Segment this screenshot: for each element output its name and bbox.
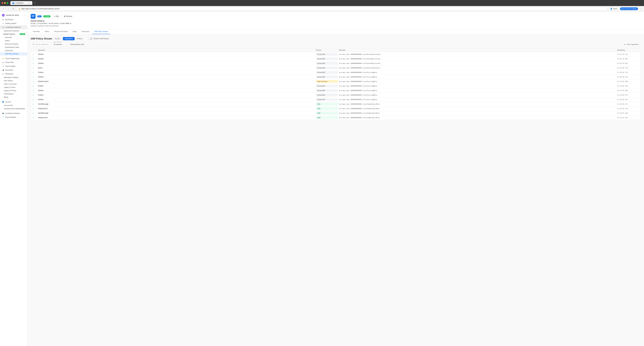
- app-container: G Gandalf the White ▾ ⊞ Dashboard ↗ Gett…: [0, 12, 644, 346]
- show-internal-checkbox[interactable]: [68, 44, 70, 45]
- iam-title: IAM Policy Stream: [31, 37, 52, 40]
- table-row[interactable]: ✓ GetItem DynamoDB arn:aws:iam::00000000…: [31, 61, 640, 66]
- row-operation: GetQueueUrl: [38, 117, 315, 119]
- sidebar-item-cloud-pods[interactable]: ☁ Cloud Pods: [0, 60, 27, 64]
- row-timestamp: 23:28:03.284: [617, 112, 639, 114]
- forward-button[interactable]: ›: [6, 7, 10, 11]
- table-row[interactable]: ✓ GetItem DynamoDB arn:aws:iam::00000000…: [31, 57, 640, 61]
- sidebar-sub-item-account-info[interactable]: Account Info: [0, 104, 27, 107]
- sidebar-sub-item-status[interactable]: Status: [0, 39, 27, 42]
- external-link-icon: ↗: [18, 116, 19, 118]
- table-row[interactable]: ✓ SendMessage SQS arn:aws:iam::000000000…: [31, 102, 640, 106]
- desktop-icon: 💻: [2, 112, 4, 114]
- row-operation: Query: [38, 67, 315, 69]
- table-row[interactable]: ✓ GetItem DynamoDB arn:aws:iam::00000000…: [31, 52, 640, 57]
- row-status-icon: ✓: [32, 116, 37, 119]
- tab-close-button[interactable]: ✕: [28, 2, 30, 4]
- sidebar-item-extensions-main[interactable]: 🔌 Extensions: [0, 68, 27, 72]
- table-row[interactable]: ✓ StartExecution Step Functions arn:aws:…: [31, 79, 640, 84]
- table-row[interactable]: ✓ GetItem DynamoDB arn:aws:iam::00000000…: [31, 88, 640, 93]
- sidebar-sub-item-extensions[interactable]: Extensions: [0, 49, 27, 52]
- sidebar-sub-item-subscriptions[interactable]: Subscriptions: [0, 92, 27, 96]
- copy-url-button[interactable]: ⧉: [70, 23, 71, 24]
- sidebar-item-default-instance[interactable]: Default Instance running: [0, 33, 27, 36]
- show-internal-calls-toggle[interactable]: Show internal calls: [68, 44, 84, 45]
- sidebar-sub-item-resource-browser[interactable]: Resource Browser: [0, 42, 27, 46]
- row-service-badge: DynamoDB: [316, 98, 338, 101]
- sidebar-sub-item-export-import[interactable]: Export/Import State: [0, 46, 27, 49]
- row-status-icon: ✓: [32, 67, 37, 69]
- table-row[interactable]: ✓ GetQueueUrl SQS arn:aws:iam::000000000…: [31, 115, 640, 120]
- sidebar-sub-item-overview[interactable]: Overview: [0, 36, 27, 39]
- row-principal: arn:aws:iam::000000000000:role/ScoringRo…: [339, 85, 616, 87]
- sidebar-item-ephemeral-instances[interactable]: Ephemeral Instances: [0, 29, 27, 33]
- sidebar-sub-item-auth-tokens[interactable]: Auth Tokens: [0, 79, 27, 82]
- tab-overview[interactable]: Overview: [31, 29, 42, 34]
- table-row[interactable]: ✓ GetItem DynamoDB arn:aws:iam::00000000…: [31, 75, 640, 79]
- minimize-window-button[interactable]: [4, 2, 6, 4]
- row-status-icon: ✓: [32, 80, 37, 83]
- row-timestamp: 23:28:05.115: [617, 72, 639, 73]
- chrome-update-button[interactable]: New Chrome available: [620, 8, 638, 10]
- clear-label: Clear Operations: [626, 44, 639, 45]
- iam-tab-policies[interactable]: Policies: [75, 37, 84, 40]
- maximize-window-button[interactable]: [6, 2, 8, 4]
- row-status-icon: ✓: [32, 76, 37, 78]
- table-row[interactable]: ✓ PutItem DynamoDB arn:aws:iam::00000000…: [31, 70, 640, 75]
- browser-tab-localstack[interactable]: LocalStack ✕: [10, 1, 32, 5]
- table-row[interactable]: ✓ GetItem DynamoDB arn:aws:iam::00000000…: [31, 97, 640, 102]
- table-row[interactable]: ✓ PutItem DynamoDB arn:aws:iam::00000000…: [31, 93, 640, 97]
- sidebar-sub-item-password-auth[interactable]: Password and Authentication: [0, 107, 27, 110]
- sidebar-item-stack-insights[interactable]: ℹ Stack Insights: [0, 64, 27, 68]
- iam-tab-operations[interactable]: Operations: [63, 37, 75, 40]
- row-status-icon: ✓: [32, 53, 37, 55]
- table-row[interactable]: ✓ Query DynamoDB arn:aws:iam::0000000000…: [31, 66, 640, 70]
- tab-iam-policy-stream[interactable]: IAM Policy Stream: [92, 29, 110, 34]
- sidebar-item-localstack-instances[interactable]: ⊟ LocalStack Instances: [0, 25, 27, 29]
- remove-button[interactable]: 🗑 Remove: [62, 15, 74, 18]
- workspace-label: Workspace: [5, 73, 14, 75]
- sidebar-item-workspace[interactable]: 🗂 Workspace: [0, 72, 27, 76]
- guest-button[interactable]: 👤 Guest: [608, 7, 619, 11]
- row-principal: arn:aws:iam::000000000000:role/GetSubmis…: [339, 54, 616, 55]
- clear-operations-button[interactable]: ⊟ Clear Operations: [622, 43, 641, 46]
- refresh-button[interactable]: ↻: [12, 7, 15, 11]
- enforce-iam-toggle[interactable]: [88, 37, 93, 40]
- sidebar-item-chaos-engineering[interactable]: ⚡ Chaos Engineering: [0, 57, 27, 60]
- tab-extensions[interactable]: Extensions: [79, 29, 92, 34]
- sidebar-sub-item-iam-policy-stream[interactable]: IAM Policy Stream: [0, 52, 27, 56]
- table-row[interactable]: ✓ SendMessage SQS arn:aws:iam::000000000…: [31, 111, 640, 115]
- tab-status[interactable]: Status: [42, 29, 52, 34]
- table-row[interactable]: ✓ GetQueueUrl SQS arn:aws:iam::000000000…: [31, 106, 640, 111]
- sidebar-sub-item-billing[interactable]: Billing: [0, 96, 27, 99]
- instance-header-top: Pro running ✏ Edit 🗑 Remove: [31, 14, 641, 19]
- search-operations-box[interactable]: 🔍 Search operations: [31, 43, 50, 46]
- running-badge: running: [20, 33, 25, 35]
- sidebar-user-menu[interactable]: G Gandalf the White ▾: [0, 13, 27, 18]
- row-principal: arn:aws:iam::000000000000:role/ScoringRo…: [339, 99, 616, 100]
- browser-menu-button[interactable]: ⋮: [639, 7, 642, 11]
- sidebar-item-getting-started[interactable]: ↗ Getting Started: [0, 22, 27, 25]
- sidebar-item-documentation[interactable]: 📄 Documentation ↗: [0, 115, 27, 119]
- sidebar-item-localstack-desktop[interactable]: 💻 LocalStack Desktop: [0, 111, 27, 115]
- new-tab-button[interactable]: +: [33, 1, 37, 5]
- guest-icon: 👤: [610, 8, 612, 10]
- sidebar-sub-item-legacy-ci-keys[interactable]: Legacy CI Keys: [0, 86, 27, 89]
- close-window-button[interactable]: [2, 2, 3, 4]
- col-operation: Operation: [38, 49, 315, 51]
- back-button[interactable]: ‹: [2, 7, 6, 11]
- edit-button[interactable]: ✏ Edit: [52, 15, 60, 18]
- sidebar-sub-item-legacy-api-keys[interactable]: Legacy API Keys: [0, 89, 27, 92]
- filter-services-dropdown[interactable]: All services ▾: [52, 43, 65, 46]
- row-service-badge: SQS: [316, 116, 338, 119]
- sidebar-sub-item-workspace-settings[interactable]: Workspace Settings: [0, 76, 27, 79]
- sidebar-sub-item-users-licenses[interactable]: Users & Licenses: [0, 82, 27, 86]
- table-body: ✓ GetItem DynamoDB arn:aws:iam::00000000…: [31, 52, 640, 120]
- row-service-badge: DynamoDB: [316, 71, 338, 74]
- tab-resource-browser[interactable]: Resource Browser: [52, 29, 70, 34]
- tab-state[interactable]: State: [70, 29, 79, 34]
- table-row[interactable]: ✓ PutItem DynamoDB arn:aws:iam::00000000…: [31, 84, 640, 88]
- address-bar[interactable]: 🔒 https://app.localstack.cloud/inst/defa…: [16, 7, 607, 11]
- sidebar-item-dashboard[interactable]: ⊞ Dashboard: [0, 18, 27, 22]
- row-timestamp: 23:28:04.960: [617, 81, 639, 82]
